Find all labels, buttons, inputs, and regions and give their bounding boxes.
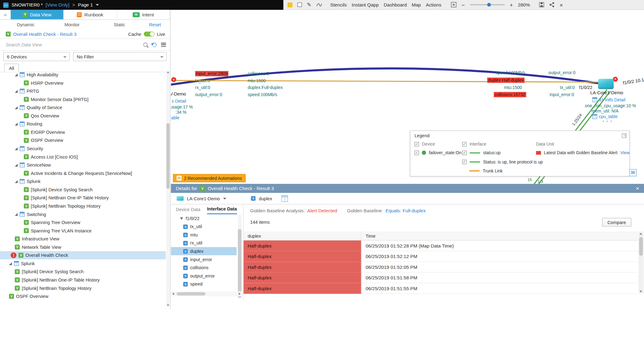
more-options-dots[interactable]: • • • [603, 119, 612, 123]
tree-item[interactable]: [Splunk] NetBrain Topology History [0, 202, 166, 210]
checkbox-status-up[interactable] [462, 150, 467, 155]
tree-item[interactable]: Access List [Cisco IOS] [0, 153, 166, 161]
expand-legend-icon[interactable] [622, 134, 627, 138]
search-icon[interactable] [143, 43, 147, 47]
scrollbar-thumb[interactable] [166, 123, 170, 189]
view-link[interactable]: View [620, 150, 630, 155]
chevron-down-icon[interactable] [223, 197, 226, 199]
zoom-level[interactable]: 280% [518, 2, 530, 7]
device-label-la-core1-demo[interactable]: LA-Core1-Demo [590, 90, 623, 95]
tree-item[interactable]: [Splunk] NetBrain One-IP Table History [0, 194, 166, 202]
current-result-link[interactable]: Overall Health Check - Result 3 [13, 32, 126, 36]
tab-interface-data[interactable]: Interface Data [207, 204, 237, 214]
collapse-triangle-icon[interactable] [15, 163, 18, 166]
filter-dropdown[interactable]: No Filter [73, 52, 167, 61]
recommended-automations-badge[interactable]: 2 Recommended Automations [173, 174, 246, 182]
scrollbar-thumb[interactable] [238, 229, 242, 298]
alert-plus-badge[interactable] [171, 77, 176, 82]
send-mail-icon[interactable] [629, 169, 637, 176]
tree-item[interactable]: HSRP Overview [0, 79, 166, 87]
field-nav-hscrollbar[interactable] [171, 291, 243, 296]
scroll-left-icon[interactable] [172, 293, 174, 295]
field-item-output-error[interactable]: output_error [171, 272, 236, 280]
shape-tool-icon[interactable] [297, 2, 302, 7]
intfs-detail-link[interactable]: 31 Intfs Detail [592, 97, 625, 102]
column-header-time[interactable]: Time [362, 231, 638, 240]
field-item-speed[interactable]: speed [171, 280, 236, 288]
menu-stencils[interactable]: Stencils [330, 2, 347, 7]
scroll-down-icon[interactable] [640, 290, 642, 293]
page-name[interactable]: Page 1 [78, 2, 93, 7]
scroll-right-icon[interactable] [239, 293, 241, 295]
save-icon[interactable] [539, 2, 544, 7]
tree-folder-switching[interactable]: Switching [0, 210, 166, 218]
table-row[interactable]: Half-duplex06/25/2019 01:51:55 PM [244, 283, 638, 294]
zoom-out-button[interactable]: − [462, 2, 465, 8]
field-item-collisions[interactable]: collisions [171, 264, 236, 272]
collapse-triangle-icon[interactable] [15, 106, 18, 109]
tab-device-data[interactable]: Device Data [176, 204, 200, 214]
tree-item[interactable]: [Splunk] Device Syslog Search [0, 185, 166, 194]
tree-item-overall-health-check[interactable]: 1Overall Health Check [0, 251, 166, 260]
map-canvas[interactable]: input_error:2809 collisions:0 tx_util:0 … [171, 10, 644, 184]
tab-intent[interactable]: Intent [117, 10, 170, 19]
tree-folder-qos[interactable]: Quality of Service [0, 104, 166, 112]
cache-live-toggle[interactable] [144, 32, 155, 36]
field-item-mtu[interactable]: mtu [171, 231, 236, 239]
checkbox-failover[interactable] [414, 150, 419, 155]
table-scrollbar[interactable] [638, 231, 644, 294]
search-input[interactable] [6, 42, 139, 47]
tree-item[interactable]: Monitor Sensor Data [PRTG] [0, 95, 166, 104]
draw-tool-icon[interactable] [307, 2, 311, 8]
table-row[interactable]: Half-duplex06/25/2019 01:52:05 PM [244, 262, 638, 273]
scroll-up-icon[interactable] [167, 71, 169, 73]
menu-instant-qapp[interactable]: Instant Qapp [352, 2, 379, 7]
table-row[interactable]: Half-duplex06/25/2019 01:52:12 PM [244, 251, 638, 262]
tree-folder-routing[interactable]: Routing [0, 120, 166, 128]
zoom-slider-handle[interactable] [487, 3, 491, 6]
scrollbar-thumb[interactable] [639, 237, 643, 256]
menu-actions[interactable]: Actions [426, 2, 441, 7]
scrollbar-thumb[interactable] [177, 292, 205, 296]
tree-folder-prtg[interactable]: PRTG [0, 87, 166, 95]
tree-item[interactable]: Spanning Tree Overview [0, 218, 166, 227]
tree-folder-security[interactable]: Security [0, 144, 166, 153]
mode-dynamic[interactable]: Dynamic [17, 22, 34, 27]
close-map-button[interactable]: × [560, 2, 563, 8]
collapse-sidebar-icon[interactable] [0, 10, 11, 19]
column-header-duplex[interactable]: duplex [244, 231, 362, 240]
tree-item-network-table-view[interactable]: Network Table View [0, 243, 166, 251]
devices-dropdown[interactable]: 6 Devices [3, 52, 70, 61]
collapse-triangle-icon[interactable] [15, 122, 18, 125]
close-details-icon[interactable]: × [636, 185, 639, 191]
line-tool-icon[interactable] [316, 3, 322, 7]
tree-folder-splunk[interactable]: Splunk [0, 177, 166, 186]
highlight-color-icon[interactable] [288, 2, 293, 7]
tree-item[interactable]: [Splunk] NetBrain Topology History [0, 284, 166, 292]
checkbox-line-protocol[interactable] [462, 159, 467, 164]
left-device-table-link-fragment[interactable]: table [171, 115, 179, 120]
sidebar-scrollbar[interactable] [166, 70, 170, 307]
collapse-triangle-icon[interactable] [180, 217, 183, 219]
cpu-table-link[interactable]: cpu_table [592, 114, 618, 119]
tree-item[interactable]: [Splunk] NetBrain One-IP Table History [0, 276, 166, 284]
compare-button[interactable]: Compare [602, 218, 632, 227]
device-selector[interactable]: LA-Core1-Demo [187, 196, 220, 201]
field-item-duplex[interactable]: duplex [171, 247, 236, 255]
checkbox-device[interactable] [414, 142, 419, 146]
table-row[interactable]: Half-duplex06/25/2019 01:52:28 PM (Map D… [244, 240, 638, 251]
left-device-detail-link-fragment[interactable]: s Detail [172, 99, 186, 104]
tree-item[interactable]: OSPF Overview [0, 136, 166, 145]
field-item-input-error[interactable]: input_error [171, 255, 236, 264]
collapse-triangle-icon[interactable] [15, 90, 18, 92]
tree-item[interactable]: EIGRP Overview [0, 128, 166, 136]
tree-item[interactable]: Qos Overview [0, 112, 166, 120]
field-item-rx-util[interactable]: rx_util [171, 239, 236, 247]
field-nav-scrollbar[interactable] [238, 215, 242, 286]
device-icon-la-core1-demo[interactable] [598, 79, 614, 89]
tree-folder-servicenow[interactable]: ServiceNow [0, 161, 166, 169]
collapse-triangle-icon[interactable] [15, 180, 18, 183]
menu-map[interactable]: Map [412, 2, 421, 7]
collapse-triangle-icon[interactable] [9, 262, 12, 265]
zoom-in-button[interactable]: + [510, 2, 513, 8]
